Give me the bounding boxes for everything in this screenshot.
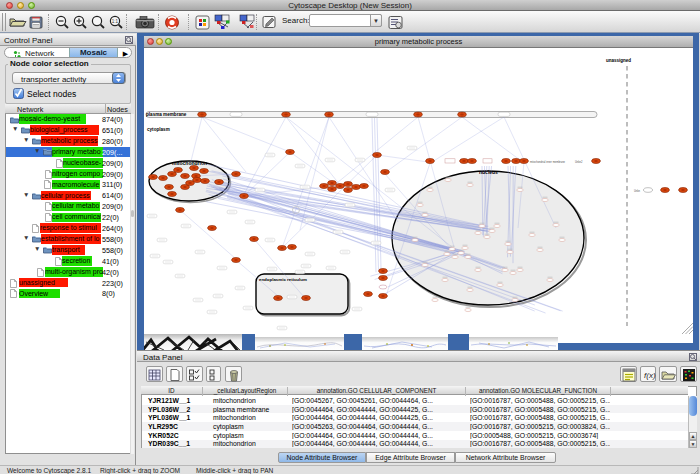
svg-text:unassigned: unassigned [606,58,631,63]
svg-text:mitochondrial inner membrane: mitochondrial inner membrane [530,160,566,164]
svg-text:nucleus: nucleus [479,169,498,175]
svg-text:mitochondrion: mitochondrion [172,160,207,166]
svg-text:Unkn2: Unkn2 [575,160,583,164]
svg-text:f(x): f(x) [644,371,656,380]
svg-text:endoplasmic reticulum: endoplasmic reticulum [259,277,307,282]
svg-text:Unkn: Unkn [634,189,641,193]
svg-text:plasma membrane: plasma membrane [146,112,187,117]
svg-text:cytoplasm: cytoplasm [147,127,170,132]
svg-text:1:1: 1:1 [112,19,119,24]
